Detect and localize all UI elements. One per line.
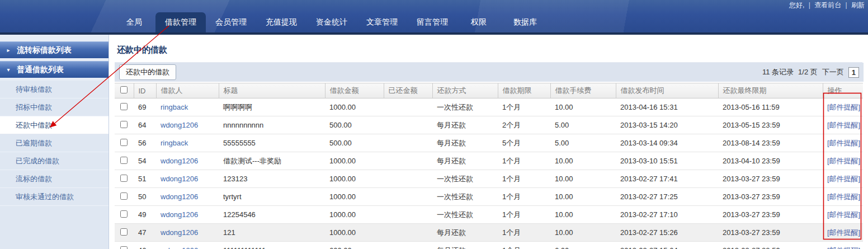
cell-term: 2个月 [498,116,550,134]
borrower-link[interactable]: wdong1206 [161,157,198,165]
cell-repaid [384,188,432,206]
cell-term: 1个月 [498,188,550,206]
sidebar-group-header[interactable]: ▸ 流转标借款列表 [0,41,108,58]
nav-item[interactable]: 文章管理 [357,13,407,32]
sidebar-item[interactable]: 已完成的借款 [0,152,108,170]
sidebar-item[interactable]: 待审核借款 [0,81,108,98]
cell-amount: 1000.00 [325,188,384,206]
cell-term: 1个月 [498,98,550,116]
loans-table: ID借款人标题借款金额已还金额还款方式借款期限借款手续费借款发布时间还款最终限期… [115,83,863,249]
cell-deadline: 2013-03-27 23:59 [718,170,823,188]
cell-method: 每月还款 [432,224,498,242]
sidebar-empty-area [0,206,108,249]
table-row: 51 wdong1206 123123 1000.00 一次性还款 1个月 10… [115,170,863,188]
refresh-link[interactable]: 刷新 [851,1,865,9]
sidebar-item[interactable]: 招标中借款 [0,98,108,116]
table-row: 47 wdong1206 121 1000.00 每月还款 1个月 10.00 … [115,224,863,242]
cell-fee: 10.00 [550,98,616,116]
row-checkbox[interactable] [120,175,128,182]
email-reminder-link[interactable]: [邮件提醒] [827,175,860,183]
borrower-link[interactable]: wdong1206 [161,192,198,201]
borrower-link[interactable]: ringback [161,139,188,147]
view-frontend-link[interactable]: 查看前台 [814,1,841,9]
email-reminder-link[interactable]: [邮件提醒] [827,246,860,249]
row-checkbox[interactable] [120,210,128,218]
row-checkbox[interactable] [120,228,128,236]
next-page-link[interactable]: 下一页 [822,67,844,77]
cell-method: 每月还款 [432,116,498,134]
email-reminder-link[interactable]: [邮件提醒] [827,210,860,219]
cell-fee: 5.00 [550,134,616,152]
table-row: 69 ringback 啊啊啊啊 1000.00 一次性还款 1个月 10.00… [115,98,863,116]
borrower-link[interactable]: wdong1206 [161,121,198,129]
cell-checkbox [115,188,134,206]
cell-repaid [384,134,432,152]
repaying-loans-tab-button[interactable]: 还款中的借款 [119,64,176,80]
cell-id: 69 [134,98,156,116]
nav-item[interactable]: 资金统计 [306,13,357,32]
sidebar-group-header[interactable]: ▾ 普通借款列表 [0,61,108,78]
table-row: 49 wdong1206 12254546 1000.00 一次性还款 1个月 … [115,206,863,224]
table-row: 56 ringback 55555555 500.00 每月还款 5个月 5.0… [115,134,863,152]
row-checkbox[interactable] [120,157,128,164]
email-reminder-link[interactable]: [邮件提醒] [827,139,860,147]
email-reminder-link[interactable]: [邮件提醒] [827,157,860,165]
borrower-link[interactable]: wdong1206 [161,175,198,183]
nav-item[interactable]: 充值提现 [256,13,306,32]
cell-deadline: 2013-08-14 23:59 [718,134,823,152]
triangle-icon: ▾ [0,67,17,73]
sidebar-group: ▾ 普通借款列表 待审核借款招标中借款还款中借款已逾期借款已完成的借款流标的借款… [0,61,108,206]
email-reminder-link[interactable]: [邮件提醒] [827,228,860,237]
cell-borrower: wdong1206 [156,152,219,170]
sidebar-item[interactable]: 已逾期借款 [0,134,108,152]
sidebar-item[interactable]: 审核未通过的借款 [0,188,108,206]
cell-id: 51 [134,170,156,188]
borrower-link[interactable]: wdong1206 [161,228,198,237]
nav-item[interactable]: 借款管理 [155,12,206,32]
cell-method: 每月还款 [432,242,498,249]
sidebar-item[interactable]: 还款中借款 [0,116,108,134]
cell-title: 12254546 [219,206,325,224]
email-reminder-link[interactable]: [邮件提醒] [827,192,860,201]
cell-term: 1个月 [498,152,550,170]
email-reminder-link[interactable]: [邮件提醒] [827,121,860,129]
column-header: 借款金额 [325,83,384,98]
borrower-link[interactable]: wdong1206 [161,246,198,249]
nav-item[interactable]: 全局 [113,13,155,32]
row-checkbox[interactable] [120,192,128,200]
cell-deadline: 2013-05-16 11:59 [718,98,823,116]
loan-table-body: 69 ringback 啊啊啊啊 1000.00 一次性还款 1个月 10.00… [115,98,863,249]
cell-published: 2013-02-27 15:26 [616,224,718,242]
column-header: 还款最终限期 [718,83,823,98]
sidebar-group: ▸ 流转标借款列表 [0,41,108,58]
row-checkbox[interactable] [120,246,128,249]
borrower-link[interactable]: wdong1206 [161,210,198,219]
cell-deadline: 2013-04-10 23:59 [718,152,823,170]
borrower-link[interactable]: ringback [161,103,188,111]
current-page-box[interactable]: 1 [848,67,859,78]
cell-amount: 1000.00 [325,152,384,170]
record-count: 11 条记录 [762,67,794,77]
column-header: 借款期限 [498,83,550,98]
link-separator: | [846,1,847,9]
row-checkbox[interactable] [120,139,128,146]
row-checkbox[interactable] [120,121,128,128]
nav-item[interactable]: 权限 [457,13,500,32]
cell-action: [邮件提醒] [823,98,863,116]
email-reminder-link[interactable]: [邮件提醒] [827,103,860,111]
select-all-checkbox[interactable] [120,86,128,93]
cell-published: 2013-02-27 17:41 [616,170,718,188]
nav-item[interactable]: 数据库 [500,13,550,32]
cell-checkbox [115,134,134,152]
cell-action: [邮件提醒] [823,188,863,206]
table-row: 64 wdong1206 nnnnnnnnnn 500.00 每月还款 2个月 … [115,116,863,134]
row-checkbox[interactable] [120,103,128,110]
sidebar-groups: ▸ 流转标借款列表 ▾ 普通借款列表 待审核借款招标中借款还款中借款已逾期借款已… [0,41,108,206]
nav-item[interactable]: 会员管理 [206,13,256,32]
cell-action: [邮件提醒] [823,242,863,249]
cell-title: 啊啊啊啊 [219,98,325,116]
cell-repaid [384,116,432,134]
nav-item[interactable]: 留言管理 [407,13,457,32]
cell-fee: 10.00 [550,224,616,242]
sidebar-item[interactable]: 流标的借款 [0,170,108,188]
